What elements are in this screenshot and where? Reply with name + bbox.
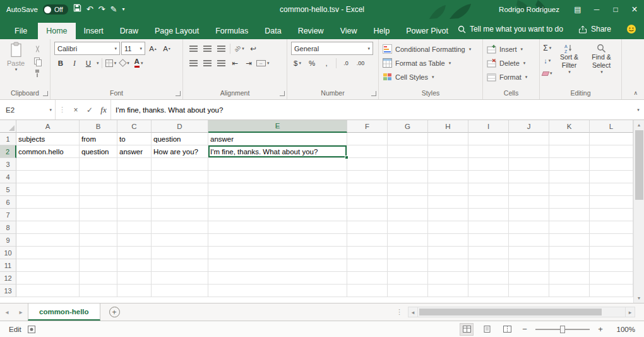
cell-K12[interactable] (549, 272, 590, 285)
cell-J10[interactable] (509, 247, 549, 259)
cell-H13[interactable] (428, 285, 468, 297)
zoom-percentage[interactable]: 100% (611, 326, 635, 333)
cell-L12[interactable] (590, 272, 633, 285)
font-size-combo[interactable]: 11 ▾ (121, 42, 145, 55)
name-box[interactable]: E2 ▾ (0, 100, 56, 119)
delete-cells-button[interactable]: Delete ▾ (487, 56, 535, 70)
cell-J9[interactable] (509, 234, 549, 247)
collapse-ribbon-button[interactable]: ∧ (633, 90, 638, 96)
redo-button[interactable]: ↷ (98, 0, 105, 19)
cell-L6[interactable] (590, 196, 633, 209)
cell-F10[interactable] (347, 247, 388, 259)
cell-D12[interactable] (152, 272, 208, 285)
row-header-10[interactable]: 10 (0, 247, 16, 259)
align-left-button[interactable] (187, 57, 200, 69)
cell-E2[interactable]: I'm fine, thanks. What about you? (208, 145, 347, 158)
cell-F3[interactable] (347, 158, 388, 171)
cell-J6[interactable] (509, 196, 549, 209)
column-header-c[interactable]: C (117, 120, 152, 133)
cell-E1[interactable]: answer (208, 133, 347, 145)
cell-C11[interactable] (117, 259, 152, 272)
cell-I6[interactable] (468, 196, 509, 209)
middle-align-button[interactable] (201, 42, 213, 54)
tab-home[interactable]: Home (38, 23, 75, 39)
cell-H1[interactable] (428, 133, 468, 145)
cell-H5[interactable] (428, 183, 468, 196)
cell-E7[interactable] (208, 209, 347, 221)
column-header-h[interactable]: H (428, 120, 468, 133)
cell-C10[interactable] (117, 247, 152, 259)
format-cells-button[interactable]: Format ▾ (487, 70, 535, 83)
cell-C3[interactable] (117, 158, 152, 171)
cell-G2[interactable] (388, 145, 428, 158)
cell-I13[interactable] (468, 285, 509, 297)
cell-F11[interactable] (347, 259, 388, 272)
cell-D1[interactable]: question (152, 133, 208, 145)
borders-button[interactable]: ▾ (105, 57, 117, 69)
cell-D9[interactable] (152, 234, 208, 247)
underline-dropdown-icon[interactable]: ▾ (97, 61, 99, 66)
sheet-tab-common-hello[interactable]: common-hello (28, 303, 100, 321)
enter-button[interactable]: ✓ (83, 106, 97, 114)
cell-G3[interactable] (388, 158, 428, 171)
cell-A10[interactable] (16, 247, 80, 259)
cell-K4[interactable] (549, 171, 590, 183)
cell-B8[interactable] (80, 221, 117, 234)
cell-I2[interactable] (468, 145, 509, 158)
column-header-i[interactable]: I (468, 120, 509, 133)
column-header-e[interactable]: E (208, 120, 347, 133)
tab-page-layout[interactable]: Page Layout (146, 23, 207, 39)
cell-E12[interactable] (208, 272, 347, 285)
paste-button[interactable]: Paste ▾ (3, 42, 29, 89)
tab-help[interactable]: Help (366, 23, 398, 39)
cell-C2[interactable]: answer (117, 145, 152, 158)
row-header-7[interactable]: 7 (0, 209, 16, 221)
cell-D4[interactable] (152, 171, 208, 183)
underline-button[interactable]: U (82, 57, 95, 69)
column-header-g[interactable]: G (388, 120, 428, 133)
number-dialog-launcher[interactable] (371, 91, 376, 96)
insert-cells-button[interactable]: Insert ▾ (487, 42, 535, 56)
cell-G11[interactable] (388, 259, 428, 272)
cell-J1[interactable] (509, 133, 549, 145)
cell-E10[interactable] (208, 247, 347, 259)
cell-B11[interactable] (80, 259, 117, 272)
cell-J3[interactable] (509, 158, 549, 171)
vertical-scrollbar-thumb[interactable] (635, 130, 643, 200)
cell-J4[interactable] (509, 171, 549, 183)
cell-I7[interactable] (468, 209, 509, 221)
cancel-button[interactable]: × (69, 106, 83, 114)
cell-H10[interactable] (428, 247, 468, 259)
cell-J12[interactable] (509, 272, 549, 285)
sort-filter-button[interactable]: AZ Sort & Filter ▾ (554, 42, 585, 89)
cell-F8[interactable] (347, 221, 388, 234)
macro-record-button[interactable] (28, 326, 35, 333)
cell-J7[interactable] (509, 209, 549, 221)
row-header-11[interactable]: 11 (0, 259, 16, 272)
zoom-slider-thumb[interactable] (560, 326, 565, 333)
cell-C4[interactable] (117, 171, 152, 183)
cell-A5[interactable] (16, 183, 80, 196)
cell-C5[interactable] (117, 183, 152, 196)
fill-handle[interactable] (345, 156, 349, 159)
cell-H8[interactable] (428, 221, 468, 234)
hscroll-left-button[interactable]: ◂ (408, 307, 418, 317)
column-header-f[interactable]: F (347, 120, 388, 133)
cell-G13[interactable] (388, 285, 428, 297)
alignment-dialog-launcher[interactable] (280, 91, 285, 96)
cell-F13[interactable] (347, 285, 388, 297)
cell-B5[interactable] (80, 183, 117, 196)
cell-J5[interactable] (509, 183, 549, 196)
cell-A7[interactable] (16, 209, 80, 221)
cell-K1[interactable] (549, 133, 590, 145)
cell-A9[interactable] (16, 234, 80, 247)
column-header-b[interactable]: B (80, 120, 117, 133)
hscroll-track[interactable] (418, 307, 625, 317)
formula-bar-expand-button[interactable]: ▾ (633, 107, 644, 113)
cell-G10[interactable] (388, 247, 428, 259)
cell-L2[interactable] (590, 145, 633, 158)
cell-D3[interactable] (152, 158, 208, 171)
save-button[interactable] (73, 0, 81, 19)
zoom-in-button[interactable]: + (596, 324, 605, 334)
column-header-l[interactable]: L (590, 120, 633, 133)
